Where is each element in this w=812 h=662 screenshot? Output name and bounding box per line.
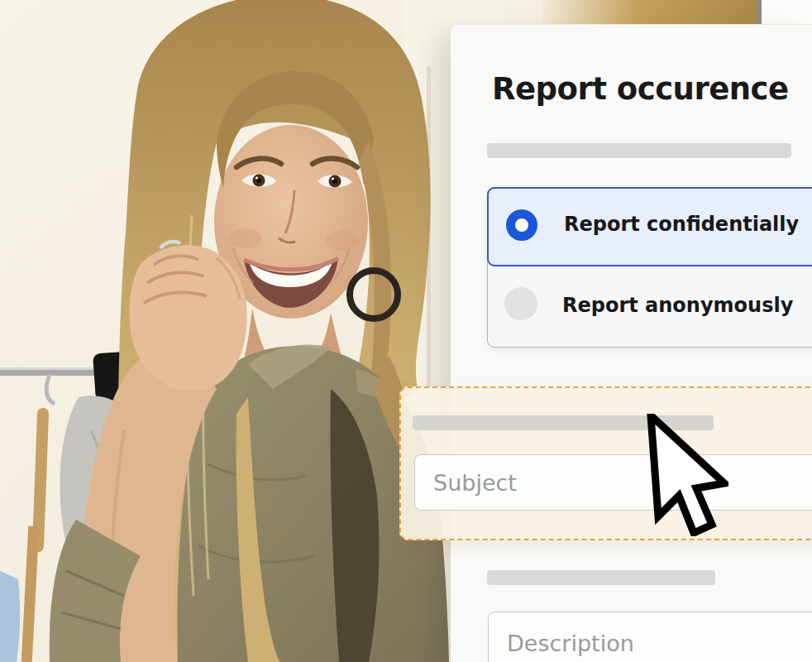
subject-input[interactable] [414,454,812,511]
radio-option-confidential[interactable]: Report confidentially [487,187,812,266]
radio-selected-icon[interactable] [506,209,537,241]
title-skeleton-bar [487,143,791,158]
page-title: Report occurence [492,71,789,107]
report-type-radio-group: Report confidentially Report anonymously [487,187,812,348]
radio-option-anonymous[interactable]: Report anonymously [487,266,812,349]
hand-fist [129,245,246,391]
photo-door-frame [542,0,758,24]
radio-unselected-icon[interactable] [504,287,537,320]
radio-option-label: Report anonymously [562,294,793,317]
description-skeleton-bar [487,570,715,585]
description-textarea[interactable] [488,612,812,662]
screenshot-stage: Report occurence Report confidentially R… [0,0,812,662]
radio-option-label: Report confidentially [564,213,799,236]
subject-skeleton-bar [413,415,714,430]
